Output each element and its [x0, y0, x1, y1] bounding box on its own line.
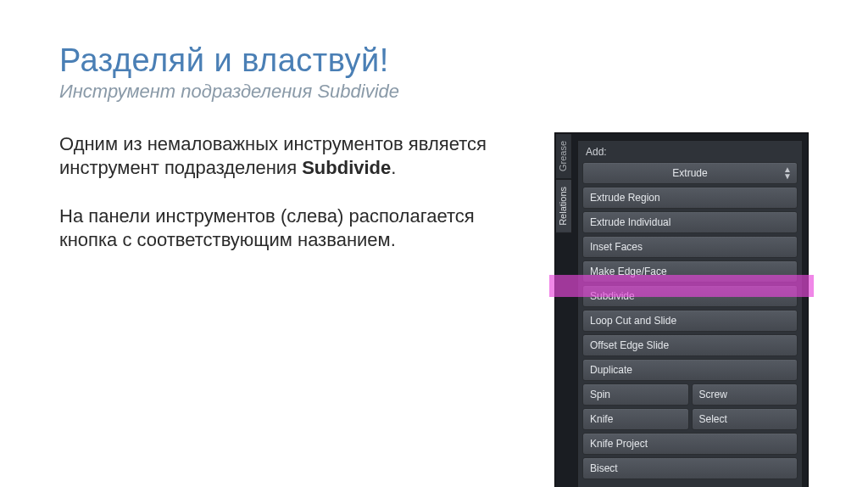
- para2: На панели инструментов (слева) располага…: [59, 204, 529, 251]
- extrude-region-button[interactable]: Extrude Region: [582, 187, 798, 209]
- para1-part-c: .: [391, 157, 396, 178]
- para1-part-a: Одним из немаловажных инструментов являе…: [59, 133, 487, 178]
- screw-button[interactable]: Screw: [692, 383, 798, 406]
- tab-grease[interactable]: Grease: [555, 133, 572, 179]
- subdivide-button[interactable]: Subdivide: [582, 285, 798, 307]
- extrude-individual-button[interactable]: Extrude Individual: [582, 211, 798, 233]
- offset-edge-button[interactable]: Offset Edge Slide: [582, 334, 798, 356]
- body-text: Одним из немаловажных инструментов являе…: [59, 132, 529, 487]
- para1-bold: Subdivide: [302, 157, 391, 178]
- inset-faces-button[interactable]: Inset Faces: [582, 236, 798, 258]
- knife-project-button[interactable]: Knife Project: [582, 433, 798, 455]
- panel-inner: Add: Extrude ▲▼ Extrude Region Extrude I…: [577, 140, 803, 487]
- extrude-button[interactable]: Extrude ▲▼: [582, 162, 798, 184]
- duplicate-button[interactable]: Duplicate: [582, 359, 798, 381]
- slide-subtitle: Инструмент подразделения Subdivide: [59, 81, 809, 103]
- panel-tabs: Grease Relations: [555, 133, 572, 487]
- knife-button[interactable]: Knife: [582, 408, 689, 430]
- spin-button[interactable]: Spin: [582, 383, 689, 406]
- blender-tool-panel: Grease Relations Add: Extrude ▲▼ Extrude…: [554, 132, 809, 487]
- slide-title: Разделяй и властвуй!: [59, 42, 809, 79]
- make-edge-face-button[interactable]: Make Edge/Face: [582, 260, 798, 283]
- tab-relations[interactable]: Relations: [555, 179, 572, 233]
- extrude-label: Extrude: [672, 167, 707, 179]
- bisect-button[interactable]: Bisect: [582, 457, 798, 479]
- panel-header: Add:: [582, 144, 798, 162]
- updown-icon: ▲▼: [783, 166, 792, 180]
- select-button[interactable]: Select: [692, 408, 798, 430]
- loop-cut-button[interactable]: Loop Cut and Slide: [582, 310, 798, 332]
